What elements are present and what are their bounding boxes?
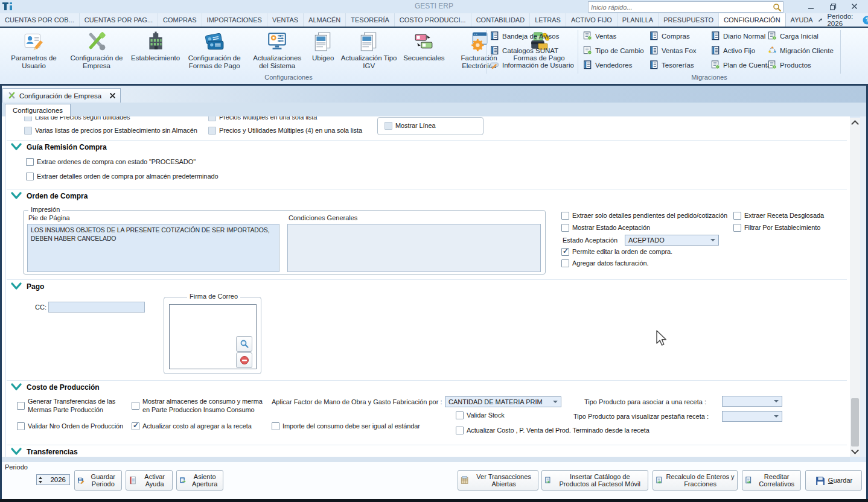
tab-configuraciones[interactable]: Configuraciones: [5, 104, 71, 117]
cc-input[interactable]: [48, 302, 145, 313]
ver-transacciones-button[interactable]: Ver Transacciones Abiertas: [458, 470, 538, 491]
ribbon-item-productos[interactable]: Productos: [768, 60, 811, 69]
tipo-producto-asociar-select[interactable]: [722, 396, 782, 407]
ribbon-item-ventas-fox[interactable]: Ventas Fox: [649, 46, 697, 55]
guardar-button[interactable]: Guardar: [805, 470, 862, 491]
checkbox-filtrar-por-establecimiento[interactable]: Filtrar Por Establecimiento: [733, 224, 820, 232]
checkbox-precios-multiples[interactable]: Precios Múltiples en una sola lista: [208, 116, 317, 122]
tab-presupuesto[interactable]: PRESUPUESTO: [659, 13, 719, 27]
checkbox[interactable]: [733, 212, 741, 220]
checkbox[interactable]: [561, 224, 569, 232]
checkbox-validar-stock[interactable]: Validar Stock: [456, 411, 505, 420]
ribbon-item-diario-normal[interactable]: Diario Normal: [711, 31, 765, 40]
checkbox-precios-utilidades-multiples[interactable]: Precios y Utilidades Múltiples (4) en un…: [208, 127, 362, 135]
ribbon-item-actualizacion-tipo-igv[interactable]: Actualización Tipo IGV: [337, 29, 400, 71]
scrollbar-thumb[interactable]: [851, 398, 859, 446]
checkbox-extraer-pendientes[interactable]: Extraer solo detalles pendientes del ped…: [561, 212, 727, 220]
ribbon-item-informacion-usuario[interactable]: Información de Usuario: [490, 60, 574, 69]
tab-compras[interactable]: COMPRAS: [158, 13, 202, 27]
scroll-down-button[interactable]: [850, 446, 860, 457]
tab-ventas[interactable]: VENTAS: [267, 13, 304, 27]
ribbon-item-migracion-cliente[interactable]: Migración Cliente: [768, 46, 834, 55]
checkbox[interactable]: [208, 127, 216, 135]
checkbox-permite-editar-orden[interactable]: Permite editar la orden de compra.: [561, 248, 672, 256]
activar-ayuda-button[interactable]: Activar Ayuda: [126, 470, 173, 491]
tab-costo-produccion[interactable]: COSTO PRODUCCI...: [395, 13, 471, 27]
vertical-scrollbar[interactable]: [850, 118, 860, 457]
section-guia-remision-compra[interactable]: Guía Remisión Compra: [10, 142, 107, 151]
checkbox[interactable]: [26, 173, 34, 180]
minimize-button[interactable]: [803, 2, 820, 11]
checkbox-generar-transferencias-mermas[interactable]: Generar Transferencias de las Mermas Par…: [17, 398, 121, 415]
ribbon-item-establecimiento[interactable]: Establecimiento: [128, 29, 183, 63]
close-icon[interactable]: [846, 2, 863, 11]
tab-planilla[interactable]: PLANILLA: [617, 13, 659, 27]
scroll-up-button[interactable]: [850, 118, 860, 128]
ribbon-item-carga-inicial[interactable]: Carga Inicial: [768, 31, 819, 40]
checkbox[interactable]: [561, 259, 569, 267]
tab-almacen[interactable]: ALMACÉN: [304, 13, 346, 27]
ribbon-item-plan-cuentas[interactable]: Plan de Cuentas: [711, 60, 774, 69]
checkbox[interactable]: [17, 402, 25, 410]
chevron-down-icon[interactable]: [10, 191, 22, 200]
asiento-apertura-button[interactable]: Asiento Apertura: [176, 470, 223, 491]
tab-configuracion-de-empresa[interactable]: Configuración de Empresa: [2, 88, 121, 103]
tab-cuentas-por-cobrar[interactable]: CUENTAS POR COB...: [0, 13, 80, 27]
checkbox-extraer-receta-desglosada[interactable]: Extraer Receta Desglosada: [733, 212, 824, 220]
ribbon-item-bandeja-avisos[interactable]: Bandeja de Avisos: [490, 31, 559, 40]
checkbox[interactable]: [456, 427, 464, 434]
ribbon-item-tipo-cambio[interactable]: Tipo de Cambio: [583, 46, 644, 55]
tab-ayuda[interactable]: AYUDA: [786, 13, 818, 27]
ribbon-item-catalogos-sunat[interactable]: Catalogos SUNAT: [490, 46, 558, 55]
checkbox[interactable]: [26, 158, 34, 166]
firma-search-button[interactable]: [236, 336, 252, 352]
ribbon-item-tesorerias[interactable]: Tesorerías: [649, 60, 694, 69]
section-orden-de-compra[interactable]: Orden de Compra: [10, 191, 88, 200]
ribbon-item-vendedores[interactable]: Vendedores: [583, 60, 632, 69]
chevron-down-icon[interactable]: [10, 142, 22, 151]
checkbox[interactable]: [132, 402, 139, 410]
section-pago[interactable]: Pago: [10, 282, 44, 291]
checkbox-mostrar-almacenes-consumo[interactable]: Mostrar almacenes de consumo y merma en …: [132, 398, 268, 415]
close-icon[interactable]: [110, 93, 115, 98]
recalculo-enteros-button[interactable]: Recalculo de Enteros y Fracciones: [653, 470, 738, 491]
ribbon-item-actualizaciones-sistema[interactable]: Actualizaciones del Sistema: [246, 29, 308, 71]
spin-up-icon[interactable]: [39, 475, 42, 479]
tab-contabilidad[interactable]: CONTABILIDAD: [471, 13, 530, 27]
chevron-down-icon[interactable]: [10, 282, 22, 291]
ribbon-item-configuracion-empresa[interactable]: Configuración de Empresa: [65, 29, 128, 71]
ribbon-item-parametros-usuario[interactable]: Parametros de Usuario: [2, 29, 65, 71]
checkbox[interactable]: [456, 411, 464, 419]
checkbox[interactable]: [24, 116, 32, 121]
collapse-ribbon-icon[interactable]: [818, 17, 823, 22]
checkbox-actualizar-costo-venta[interactable]: Actualizar Costo , P. Venta del Prod. Te…: [456, 427, 649, 435]
spin-down-icon[interactable]: [39, 481, 42, 485]
ribbon-item-ubigeo[interactable]: Ubigeo: [308, 29, 337, 63]
checkbox[interactable]: [561, 212, 569, 220]
quick-search-input[interactable]: [589, 4, 773, 11]
checkbox-importe-consumo[interactable]: Importe del consumo debe ser igual al es…: [272, 422, 420, 431]
tab-letras[interactable]: LETRAS: [530, 13, 566, 27]
chevron-down-icon[interactable]: [10, 383, 22, 392]
checkbox-validar-nro-orden[interactable]: Validar Nro Orden de Producción: [17, 422, 123, 431]
checkbox[interactable]: [208, 116, 216, 121]
ribbon-item-migracion-ventas[interactable]: Ventas: [583, 31, 616, 40]
checkbox[interactable]: [132, 422, 139, 430]
reeditar-correlativos-button[interactable]: Reeditar Correlativos: [742, 470, 801, 491]
checkbox-agregar-datos-facturacion[interactable]: Agregar datos facturación.: [561, 259, 648, 268]
checkbox-varias-listas-precios[interactable]: Varias listas de precios por Establecimi…: [24, 127, 197, 135]
ribbon-item-migracion-compras[interactable]: Compras: [649, 31, 690, 40]
checkbox-lista-precios-utilidades[interactable]: Lista de Precios según utilidades: [24, 116, 130, 122]
tab-importaciones[interactable]: IMPORTACIONES: [202, 13, 267, 27]
checkbox[interactable]: [17, 422, 25, 430]
checkbox[interactable]: [24, 127, 32, 135]
tab-tesoreria[interactable]: TESORERÍA: [346, 13, 395, 27]
checkbox-extraer-detalles-almacen[interactable]: Extraer detalles orden de compra por alm…: [26, 173, 218, 181]
section-costo-de-produccion[interactable]: Costo de Producción: [10, 383, 100, 392]
checkbox-actualizar-costo-receta[interactable]: Actualizar costo al agregar a la receta: [132, 422, 252, 431]
firma-remove-button[interactable]: [236, 352, 252, 368]
checkbox-mostrar-estado-aceptacion[interactable]: Mostrar Estado Aceptación: [561, 224, 650, 232]
ribbon-item-secuenciales[interactable]: Secuenciales: [400, 29, 447, 63]
quick-search-box[interactable]: [588, 1, 783, 13]
pie-de-pagina-textarea[interactable]: LOS INSUMOS OBJETOS DE LA PRESENTE COTIZ…: [27, 224, 279, 272]
